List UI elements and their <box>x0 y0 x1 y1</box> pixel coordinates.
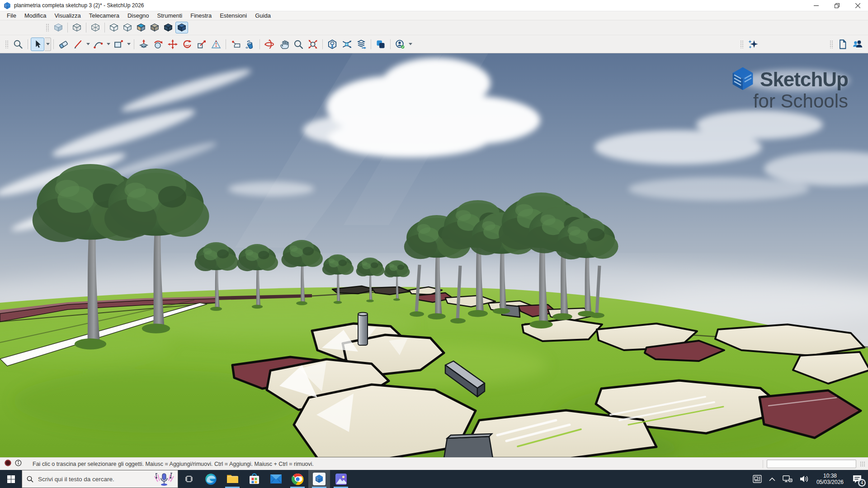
measurements-input[interactable] <box>767 460 856 468</box>
menu-strumenti[interactable]: Strumenti <box>153 11 187 20</box>
rectangle-dropdown[interactable] <box>126 38 132 51</box>
select-dropdown[interactable] <box>45 38 51 51</box>
line-tool-button[interactable] <box>71 38 85 51</box>
style-xray-button[interactable] <box>52 22 65 33</box>
eraser-tool-button[interactable] <box>57 38 70 51</box>
arc-tool-button[interactable] <box>91 38 105 51</box>
chevron-down-icon <box>409 43 412 45</box>
select-tool-button[interactable] <box>31 38 44 51</box>
account-dropdown[interactable] <box>407 38 413 51</box>
tray-chevron-button[interactable] <box>766 470 778 488</box>
taskbar-file-explorer[interactable] <box>222 470 243 488</box>
styles-toolbar <box>0 20 868 35</box>
menu-estensioni[interactable]: Estensioni <box>216 11 251 20</box>
notifications-button[interactable]: 4 <box>848 470 866 488</box>
style-back-edges-button[interactable] <box>71 22 83 33</box>
style-hidden-line-button[interactable] <box>108 22 120 33</box>
classroom-button[interactable] <box>850 38 864 51</box>
line-dropdown[interactable] <box>85 38 91 51</box>
menu-file[interactable]: File <box>3 11 20 20</box>
widgets-button[interactable] <box>750 470 765 488</box>
taskbar-clock[interactable]: 10:38 05/03/2026 <box>813 473 847 485</box>
taskbar-sketchup[interactable] <box>308 470 330 488</box>
taskbar-mail[interactable] <box>265 470 287 488</box>
move-tool-button[interactable] <box>166 38 179 51</box>
taskbar-photos[interactable] <box>330 470 352 488</box>
rectangle-icon <box>113 39 124 50</box>
network-icon-button[interactable] <box>779 470 796 488</box>
style-textured-dark-button[interactable] <box>162 22 175 33</box>
restore-button[interactable] <box>826 0 847 11</box>
menu-bar: File Modifica Visualizza Telecamera Dise… <box>0 11 868 20</box>
orbit-tool-button[interactable] <box>263 38 276 51</box>
style-monochrome-button[interactable] <box>148 22 161 33</box>
style-shaded-button[interactable] <box>121 22 134 33</box>
menu-visualizza[interactable]: Visualizza <box>50 11 85 20</box>
paint-bucket-tool-button[interactable] <box>243 38 257 51</box>
resize-grip[interactable] <box>860 461 865 467</box>
move-icon <box>167 39 178 50</box>
export-icon <box>341 39 352 50</box>
task-view-icon <box>185 475 193 483</box>
pan-hand-icon <box>278 39 289 50</box>
windows-logo-icon <box>7 475 15 483</box>
arc-dropdown[interactable] <box>105 38 111 51</box>
send-to-layout-button[interactable] <box>354 38 368 51</box>
volume-icon-button[interactable] <box>797 470 812 488</box>
paint-bucket-icon <box>245 39 255 50</box>
close-button[interactable] <box>847 0 868 11</box>
menu-finestra[interactable]: Finestra <box>186 11 216 20</box>
menu-guida[interactable]: Guida <box>251 11 275 20</box>
export-model-button[interactable] <box>340 38 354 51</box>
push-pull-tool-button[interactable] <box>137 38 151 51</box>
zoom-extents-tool-button[interactable] <box>306 38 320 51</box>
taskbar-store[interactable] <box>243 470 265 488</box>
toolbar-grip[interactable] <box>46 23 49 32</box>
toolbar-grip[interactable] <box>830 40 833 48</box>
chat-button[interactable] <box>374 38 387 51</box>
chat-bubbles-icon <box>375 39 386 50</box>
style-active-button[interactable] <box>175 22 188 33</box>
follow-me-tool-button[interactable] <box>151 38 165 51</box>
taskbar-chrome[interactable] <box>287 470 308 488</box>
rotate-tool-button[interactable] <box>180 38 194 51</box>
menu-telecamera[interactable]: Telecamera <box>85 11 123 20</box>
search-tool-button[interactable] <box>11 38 25 51</box>
toolbar-grip[interactable] <box>5 40 9 48</box>
tape-measure-tool-button[interactable] <box>209 38 223 51</box>
search-highlight-mic-icon[interactable] <box>153 472 175 486</box>
rectangle-tool-button[interactable] <box>112 38 125 51</box>
info-icon[interactable] <box>15 460 22 468</box>
geolocation-status-icon[interactable] <box>5 460 11 468</box>
viewport-3d[interactable]: SketchUp for Schools <box>0 53 868 457</box>
style-wireframe-button[interactable] <box>89 22 102 33</box>
text-label-tool-button[interactable] <box>229 38 242 51</box>
watermark-subtitle: for Schools <box>731 90 848 112</box>
search-input[interactable] <box>37 475 150 483</box>
warehouse-download-icon <box>327 39 338 50</box>
zoom-tool-button[interactable] <box>292 38 305 51</box>
account-button[interactable] <box>393 38 407 51</box>
ai-assistant-button[interactable] <box>746 38 760 51</box>
start-button[interactable] <box>0 470 22 488</box>
taskbar-search[interactable] <box>22 470 178 488</box>
menu-disegno[interactable]: Disegno <box>123 11 153 20</box>
eraser-icon <box>58 39 69 50</box>
select-arrow-icon <box>33 39 42 49</box>
3d-warehouse-button[interactable] <box>326 38 339 51</box>
shaded-cube-icon <box>123 23 132 33</box>
toolbar-grip[interactable] <box>740 40 744 48</box>
model-scene <box>0 53 868 457</box>
chevron-down-icon <box>107 43 110 45</box>
taskbar-edge[interactable] <box>200 470 222 488</box>
scale-tool-button[interactable] <box>195 38 208 51</box>
new-document-icon <box>837 39 848 50</box>
tape-measure-icon <box>211 39 222 50</box>
style-shaded-textures-button[interactable] <box>135 22 147 33</box>
menu-modifica[interactable]: Modifica <box>20 11 50 20</box>
new-document-button[interactable] <box>836 38 849 51</box>
pan-tool-button[interactable] <box>277 38 291 51</box>
task-view-button[interactable] <box>178 470 200 488</box>
minimize-button[interactable] <box>806 0 826 11</box>
title-bar: planimetria completa sketchup 3 (2)* - S… <box>0 0 868 11</box>
